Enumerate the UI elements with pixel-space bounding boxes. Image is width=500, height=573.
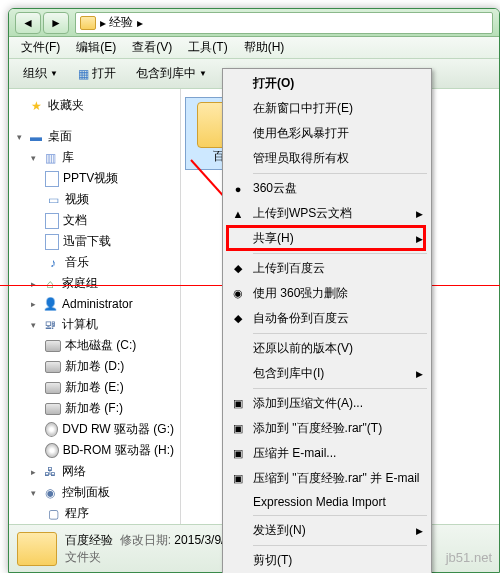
submenu-arrow-icon: ▶ — [416, 234, 423, 244]
context-menu-item[interactable]: ◆自动备份到百度云 — [225, 306, 429, 331]
submenu-arrow-icon: ▶ — [416, 209, 423, 219]
sidebar-desktop[interactable]: ▾▬桌面 — [11, 126, 178, 147]
menu-item-label: 共享(H) — [253, 230, 294, 247]
menu-view[interactable]: 查看(V) — [124, 37, 180, 58]
menu-item-label: 压缩到 "百度经验.rar" 并 E-mail — [253, 470, 420, 487]
menu-item-label: 剪切(T) — [253, 552, 292, 569]
context-menu-item[interactable]: 共享(H)▶ — [225, 226, 429, 251]
open-button[interactable]: ▦打开 — [70, 62, 124, 85]
context-menu-item[interactable]: 管理员取得所有权 — [225, 146, 429, 171]
menu-item-label: 发送到(N) — [253, 522, 306, 539]
sidebar-computer[interactable]: ▾🖳计算机 — [11, 314, 178, 335]
context-menu-item[interactable]: 在新窗口中打开(E) — [225, 96, 429, 121]
context-menu-separator — [253, 333, 427, 334]
menu-item-label: 在新窗口中打开(E) — [253, 100, 353, 117]
sidebar-lib-thunder[interactable]: 迅雷下载 — [11, 231, 178, 252]
context-menu-item[interactable]: 包含到库中(I)▶ — [225, 361, 429, 386]
sidebar-homegroup[interactable]: ▸⌂家庭组 — [11, 273, 178, 294]
context-menu-item[interactable]: Expression Media Import — [225, 491, 429, 513]
menu-item-icon: ▣ — [229, 445, 247, 463]
status-folder-icon — [17, 532, 57, 566]
menu-item-label: 压缩并 E-mail... — [253, 445, 336, 462]
menu-item-icon: ▣ — [229, 395, 247, 413]
sidebar-drive-h[interactable]: BD-ROM 驱动器 (H:) — [11, 440, 178, 461]
menu-item-label: 包含到库中(I) — [253, 365, 324, 382]
context-menu-item[interactable]: ▣压缩到 "百度经验.rar" 并 E-mail — [225, 466, 429, 491]
include-button[interactable]: 包含到库中▼ — [128, 62, 215, 85]
menu-item-label: Expression Media Import — [253, 495, 386, 509]
context-menu-item[interactable]: ◆上传到百度云 — [225, 256, 429, 281]
status-type: 文件夹 — [65, 549, 248, 566]
breadcrumb-sep: ▸ — [100, 16, 106, 30]
context-menu-separator — [253, 173, 427, 174]
context-menu-separator — [253, 253, 427, 254]
folder-icon — [80, 16, 96, 30]
menu-item-icon: ▲ — [229, 205, 247, 223]
menu-item-label: 管理员取得所有权 — [253, 150, 349, 167]
status-mod-label: 修改日期: — [120, 533, 171, 547]
sidebar-favorites[interactable]: ★收藏夹 — [11, 95, 178, 116]
context-menu-separator — [253, 515, 427, 516]
menu-item-label: 使用 360强力删除 — [253, 285, 348, 302]
menu-item-icon: ◉ — [229, 285, 247, 303]
sidebar-libraries[interactable]: ▾▥库 — [11, 147, 178, 168]
nav-back-button[interactable]: ◄ — [15, 12, 41, 34]
context-menu-item[interactable]: ◉使用 360强力删除 — [225, 281, 429, 306]
organize-button[interactable]: 组织▼ — [15, 62, 66, 85]
context-menu-item[interactable]: ▲上传到WPS云文档▶ — [225, 201, 429, 226]
sidebar-network[interactable]: ▸🖧网络 — [11, 461, 178, 482]
menu-item-icon: ▣ — [229, 470, 247, 488]
menu-item-label: 上传到百度云 — [253, 260, 325, 277]
menu-item-icon: ● — [229, 180, 247, 198]
breadcrumb-sep: ▸ — [137, 16, 143, 30]
context-menu-item[interactable]: ▣添加到 "百度经验.rar"(T) — [225, 416, 429, 441]
context-menu-separator — [253, 545, 427, 546]
menu-tools[interactable]: 工具(T) — [180, 37, 235, 58]
menu-item-label: 上传到WPS云文档 — [253, 205, 352, 222]
context-menu-item[interactable]: 发送到(N)▶ — [225, 518, 429, 543]
sidebar-drive-e[interactable]: 新加卷 (E:) — [11, 377, 178, 398]
sidebar-lib-pptv[interactable]: PPTV视频 — [11, 168, 178, 189]
menu-item-label: 添加到 "百度经验.rar"(T) — [253, 420, 382, 437]
context-menu-separator — [253, 388, 427, 389]
submenu-arrow-icon: ▶ — [416, 369, 423, 379]
breadcrumb[interactable]: 经验 — [109, 14, 133, 31]
sidebar-control-panel[interactable]: ▾◉控制面板 — [11, 482, 178, 503]
sidebar-programs[interactable]: ▢程序 — [11, 503, 178, 524]
context-menu-item[interactable]: ●360云盘 — [225, 176, 429, 201]
context-menu-item[interactable]: ▣压缩并 E-mail... — [225, 441, 429, 466]
sidebar-lib-video[interactable]: ▭视频 — [11, 189, 178, 210]
sidebar: ★收藏夹 ▾▬桌面 ▾▥库 PPTV视频 ▭视频 文档 迅雷下载 ♪音乐 ▸⌂家… — [9, 89, 181, 542]
watermark: jb51.net — [446, 550, 492, 565]
sidebar-drive-d[interactable]: 新加卷 (D:) — [11, 356, 178, 377]
submenu-arrow-icon: ▶ — [416, 526, 423, 536]
sidebar-admin[interactable]: ▸👤Administrator — [11, 294, 178, 314]
nav-forward-button[interactable]: ► — [43, 12, 69, 34]
menu-item-icon: ▣ — [229, 420, 247, 438]
sidebar-lib-docs[interactable]: 文档 — [11, 210, 178, 231]
context-menu-item[interactable]: 剪切(T) — [225, 548, 429, 573]
sidebar-drive-f[interactable]: 新加卷 (F:) — [11, 398, 178, 419]
menu-edit[interactable]: 编辑(E) — [68, 37, 124, 58]
titlebar: ◄ ► ▸ 经验 ▸ — [9, 9, 499, 37]
menubar: 文件(F) 编辑(E) 查看(V) 工具(T) 帮助(H) — [9, 37, 499, 59]
context-menu-item[interactable]: 使用色彩风暴打开 — [225, 121, 429, 146]
menu-item-icon: ◆ — [229, 260, 247, 278]
context-menu-item[interactable]: 还原以前的版本(V) — [225, 336, 429, 361]
menu-item-icon: ◆ — [229, 310, 247, 328]
sidebar-lib-music[interactable]: ♪音乐 — [11, 252, 178, 273]
context-menu-item[interactable]: ▣添加到压缩文件(A)... — [225, 391, 429, 416]
menu-help[interactable]: 帮助(H) — [236, 37, 293, 58]
context-menu: 打开(O)在新窗口中打开(E)使用色彩风暴打开管理员取得所有权●360云盘▲上传… — [222, 68, 432, 573]
menu-item-label: 360云盘 — [253, 180, 297, 197]
status-name: 百度经验 — [65, 533, 113, 547]
context-menu-item[interactable]: 打开(O) — [225, 71, 429, 96]
menu-item-label: 自动备份到百度云 — [253, 310, 349, 327]
sidebar-drive-c[interactable]: 本地磁盘 (C:) — [11, 335, 178, 356]
menu-item-label: 添加到压缩文件(A)... — [253, 395, 363, 412]
menu-item-label: 还原以前的版本(V) — [253, 340, 353, 357]
menu-item-label: 使用色彩风暴打开 — [253, 125, 349, 142]
menu-file[interactable]: 文件(F) — [13, 37, 68, 58]
sidebar-drive-g[interactable]: DVD RW 驱动器 (G:) — [11, 419, 178, 440]
address-bar[interactable]: ▸ 经验 ▸ — [75, 12, 493, 34]
